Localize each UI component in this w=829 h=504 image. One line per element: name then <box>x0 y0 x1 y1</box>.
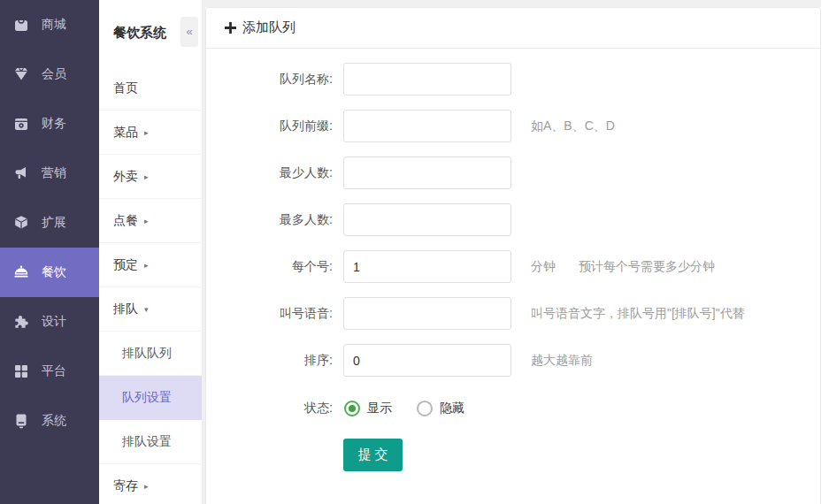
extension-icon <box>12 214 30 232</box>
submenu-item-storage[interactable]: 寄存▸ <box>99 464 202 504</box>
sidebar-item-marketing[interactable]: 营销 <box>0 149 99 198</box>
status-label: 状态: <box>206 401 333 416</box>
sidebar-item-label: 商城 <box>42 17 66 33</box>
sidebar-item-extension[interactable]: 扩展 <box>0 198 99 248</box>
submenu-item-label: 排队 <box>113 302 138 317</box>
call-voice-hint: 叫号语音文字，排队号用"[排队号]"代替 <box>531 306 745 322</box>
status-radio-show[interactable]: 显示 <box>344 401 392 416</box>
minutes-per-number-label: 每个号: <box>206 259 333 275</box>
form-row-status: 状态: 显示 隐藏 <box>206 400 820 417</box>
sidebar-item-label: 设计 <box>42 314 66 330</box>
sort-order-hint: 越大越靠前 <box>531 353 593 369</box>
form-row-sort-order: 排序: 越大越靠前 <box>206 344 820 377</box>
max-people-input[interactable] <box>343 203 511 236</box>
panel-title: 添加队列 <box>242 19 296 36</box>
sidebar-item-system[interactable]: 系统 <box>0 396 99 446</box>
sidebar-item-label: 营销 <box>42 165 66 181</box>
submenu-item-queue-settings[interactable]: 队列设置 <box>99 376 202 420</box>
sidebar-item-dining[interactable]: 餐饮 <box>0 248 99 297</box>
sidebar-item-label: 餐饮 <box>42 264 66 280</box>
mall-icon <box>12 16 30 34</box>
minutes-unit-label: 分钟 <box>531 259 556 275</box>
queue-prefix-hint: 如A、B、C、D <box>531 118 615 134</box>
submit-row: 提 交 <box>206 439 820 471</box>
finance-icon <box>12 115 30 133</box>
chevron-right-icon: ▸ <box>144 482 149 491</box>
sidebar-item-label: 财务 <box>42 116 66 132</box>
chevron-down-icon: ▾ <box>144 305 149 314</box>
chevron-right-icon: ▸ <box>144 217 149 225</box>
sidebar-item-label: 会员 <box>42 66 66 82</box>
max-people-label: 最多人数: <box>206 212 333 228</box>
sidebar-item-member[interactable]: 会员 <box>0 50 99 99</box>
app-window: 商城 会员 财务 营销 扩展 餐饮 设计 平台 <box>0 0 829 504</box>
status-radio-hide[interactable]: 隐藏 <box>417 401 464 416</box>
call-voice-input[interactable] <box>343 297 511 330</box>
minutes-per-number-input[interactable] <box>343 250 511 283</box>
form-row-min-people: 最少人数: <box>206 157 820 189</box>
plus-icon <box>225 22 236 34</box>
submenu-item-label: 首页 <box>113 80 138 96</box>
form-row-queue-prefix: 队列前缀: 如A、B、C、D <box>206 110 820 142</box>
submenu-item-label: 寄存 <box>113 478 138 494</box>
status-radio-group: 显示 隐藏 <box>344 401 464 416</box>
collapse-sidebar-button[interactable]: « <box>180 17 198 47</box>
form-row-queue-name: 队列名称: <box>206 63 820 95</box>
sort-order-label: 排序: <box>206 353 333 369</box>
sidebar-item-mall[interactable]: 商城 <box>0 0 99 50</box>
sidebar-item-design[interactable]: 设计 <box>0 297 99 347</box>
sidebar-item-label: 平台 <box>42 363 66 379</box>
submit-button[interactable]: 提 交 <box>343 439 403 471</box>
submenu-item-reservation[interactable]: 预定▸ <box>99 243 202 287</box>
submenu-item-dishes[interactable]: 菜品▸ <box>99 111 202 155</box>
chevron-right-icon: ▸ <box>144 261 149 270</box>
sort-order-input[interactable] <box>343 344 511 377</box>
queue-prefix-label: 队列前缀: <box>206 118 333 134</box>
submenu-item-queuing-settings[interactable]: 排队设置 <box>99 420 202 464</box>
sidebar-item-label: 系统 <box>42 413 66 429</box>
platform-icon <box>12 363 30 380</box>
add-queue-form: 队列名称: 队列前缀: 如A、B、C、D 最少人数: 最多人数: 每个号: 分钟… <box>206 63 820 471</box>
chevron-right-icon: ▸ <box>144 172 149 181</box>
minutes-per-number-hint: 预计每个号需要多少分钟 <box>579 259 715 275</box>
min-people-input[interactable] <box>343 157 511 189</box>
status-hide-label: 隐藏 <box>440 401 464 416</box>
submenu-title: 餐饮系统 <box>113 25 166 42</box>
content-top-band <box>205 0 821 7</box>
submenu-item-label: 外卖 <box>113 169 138 185</box>
panel-header: 添加队列 <box>206 8 820 49</box>
submenu-item-queue[interactable]: 排队▾ <box>99 287 202 332</box>
form-row-minutes-per-number: 每个号: 分钟 预计每个号需要多少分钟 <box>206 250 820 283</box>
submenu-item-label: 点餐 <box>113 213 138 229</box>
radio-unselected-icon <box>417 401 433 416</box>
main-sidebar: 商城 会员 财务 营销 扩展 餐饮 设计 平台 <box>0 0 99 504</box>
submenu-item-label: 排队设置 <box>122 434 172 450</box>
form-row-call-voice: 叫号语音: 叫号语音文字，排队号用"[排队号]"代替 <box>206 297 820 330</box>
submenu-item-ordering[interactable]: 点餐▸ <box>99 199 202 243</box>
dining-icon <box>12 263 30 281</box>
chevron-right-icon: ▸ <box>144 128 149 137</box>
chevron-left-double-icon: « <box>186 25 192 38</box>
status-show-label: 显示 <box>367 401 392 416</box>
form-row-max-people: 最多人数: <box>206 203 820 236</box>
sidebar-item-label: 扩展 <box>42 215 66 231</box>
marketing-icon <box>12 164 30 182</box>
design-icon <box>12 313 30 331</box>
min-people-label: 最少人数: <box>206 165 333 181</box>
submenu-item-queue-list[interactable]: 排队队列 <box>99 332 202 376</box>
submenu-item-home[interactable]: 首页 <box>99 66 202 111</box>
submenu-header: 餐饮系统 « <box>99 0 202 66</box>
submenu-item-label: 队列设置 <box>122 390 172 406</box>
submenu-item-label: 预定 <box>113 257 138 273</box>
queue-prefix-input[interactable] <box>343 110 511 142</box>
system-icon <box>12 412 30 430</box>
submenu-item-takeout[interactable]: 外卖▸ <box>99 155 202 199</box>
queue-name-label: 队列名称: <box>206 72 333 88</box>
submenu-sidebar: 餐饮系统 « 首页 菜品▸ 外卖▸ 点餐▸ 预定▸ 排队▾ 排队队列 队列设置 … <box>99 0 202 504</box>
add-queue-panel: 添加队列 队列名称: 队列前缀: 如A、B、C、D 最少人数: 最多人数: 每个… <box>205 7 821 504</box>
sidebar-item-platform[interactable]: 平台 <box>0 347 99 396</box>
radio-selected-icon <box>344 401 360 416</box>
sidebar-item-finance[interactable]: 财务 <box>0 99 99 149</box>
member-icon <box>12 65 30 83</box>
queue-name-input[interactable] <box>343 63 511 95</box>
